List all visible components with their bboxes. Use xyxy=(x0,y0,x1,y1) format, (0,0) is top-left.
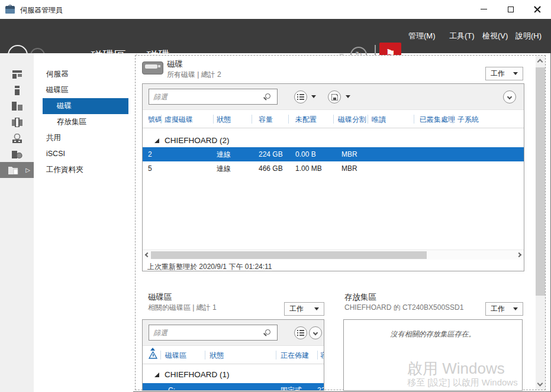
expand-pane-icon[interactable]: ▷ xyxy=(25,167,30,173)
storage-pool-panel-title: 存放集區 xyxy=(344,292,376,303)
col-capacity[interactable]: 容量 xyxy=(320,351,324,361)
disks-toolbar xyxy=(143,84,524,110)
col-clustered[interactable]: 已叢集處理 xyxy=(420,115,455,125)
filter-criteria-dropdown[interactable] xyxy=(311,95,316,98)
save-query-button[interactable] xyxy=(328,90,341,103)
disks-panel-subtitle: 所有磁碟 | 總計 2 xyxy=(167,70,221,80)
shares-icon[interactable] xyxy=(0,130,34,146)
close-icon xyxy=(534,6,541,13)
col-provisioning[interactable]: 正在佈建 xyxy=(281,351,309,361)
col-partition[interactable]: 磁碟分割 xyxy=(338,115,366,125)
col-unallocated[interactable]: 未配置 xyxy=(295,115,317,125)
volume-row-c[interactable]: C: 固定式 22 xyxy=(143,383,324,391)
col-volume[interactable]: 磁碟區 xyxy=(165,351,186,361)
sidebar-item-servers[interactable]: 伺服器 xyxy=(43,66,128,82)
cell-capacity: 224 GB xyxy=(259,147,283,161)
disks-tasks-button[interactable]: 工作 xyxy=(485,67,523,80)
menu-tools[interactable]: 工具(T) xyxy=(449,19,475,53)
storage-pool-panel: 沒有相關的存放集區存在。 xyxy=(343,319,523,391)
save-query-dropdown[interactable] xyxy=(346,95,350,98)
collapse-panel-button[interactable] xyxy=(503,90,516,103)
chevron-down-icon xyxy=(311,95,316,98)
search-icon xyxy=(265,93,270,99)
col-virtual-disk[interactable]: 虛擬磁碟 xyxy=(165,115,193,125)
scrollbar-thumb[interactable] xyxy=(536,67,545,296)
disk-row-2[interactable]: 2 連線 224 GB 0.00 B MBR xyxy=(143,147,524,161)
filter-criteria-button[interactable] xyxy=(294,90,307,103)
storage-pool-tasks-button[interactable]: 工作 xyxy=(485,302,523,316)
col-subsystem[interactable]: 子系統 xyxy=(457,115,479,125)
col-readonly[interactable]: 唯讀 xyxy=(372,115,386,125)
disks-group-row[interactable]: CHIEFHOARD (2) xyxy=(154,136,230,145)
sidebar-item-volumes[interactable]: 磁碟區 xyxy=(43,82,128,98)
maximize-button[interactable] xyxy=(497,0,524,18)
tasks-label: 工作 xyxy=(491,304,505,314)
minimize-button[interactable] xyxy=(471,0,497,18)
volumes-group-row[interactable]: CHIEFHOARD (1) xyxy=(154,370,230,379)
scroll-right-icon[interactable] xyxy=(517,252,521,257)
menu-view[interactable]: 檢視(V) xyxy=(482,19,508,53)
server-manager-icon xyxy=(5,5,16,14)
storage-pool-panel-subtitle: CHIEFHOARD 的 CT240BX500SSD1 xyxy=(344,303,463,313)
sidebar-item-storage-pools[interactable]: 存放集區 xyxy=(43,114,128,130)
tasks-label: 工作 xyxy=(491,69,505,79)
col-number[interactable]: 號碼 xyxy=(148,115,162,125)
sidebar-item-iscsi[interactable]: iSCSI xyxy=(43,146,128,162)
horizontal-scrollbar[interactable] xyxy=(143,250,524,260)
disk-row-5[interactable]: 5 連線 466 GB 1.00 MB MBR xyxy=(143,161,524,176)
vertical-scrollbar[interactable] xyxy=(536,56,545,390)
cell-number: 5 xyxy=(148,161,152,176)
file-storage-services-icon[interactable] xyxy=(0,114,34,130)
dashboard-icon[interactable] xyxy=(0,66,34,82)
all-servers-icon[interactable] xyxy=(0,98,34,114)
volumes-panel-subtitle: 相關的磁碟區 | 總計 1 xyxy=(148,303,217,313)
collapse-group-icon[interactable] xyxy=(154,372,159,377)
chevron-down-icon xyxy=(314,307,319,310)
list-icon xyxy=(297,94,304,100)
cell-partition: MBR xyxy=(341,147,357,161)
scrollbar-thumb[interactable] xyxy=(151,251,427,259)
cell-volume: C: xyxy=(168,383,175,391)
col-status[interactable]: 狀態 xyxy=(210,351,224,361)
volumes-panel-title: 磁碟區 xyxy=(148,292,172,303)
work-folders-icon[interactable]: ▷ xyxy=(0,162,34,178)
volumes-filter-input[interactable] xyxy=(149,325,278,341)
scroll-down-icon[interactable] xyxy=(537,381,543,387)
warning-triangle-icon xyxy=(149,351,157,359)
sidebar-item-shares[interactable]: 共用 xyxy=(43,130,128,146)
col-status[interactable]: 狀態 xyxy=(217,115,231,125)
alert-column-header[interactable] xyxy=(149,348,157,361)
scroll-up-icon[interactable] xyxy=(537,59,543,65)
close-button[interactable] xyxy=(524,0,550,18)
sidebar-item-disks[interactable]: 磁碟 xyxy=(43,98,128,114)
volumes-toolbar xyxy=(143,320,324,346)
menu-manage[interactable]: 管理(M) xyxy=(408,19,436,53)
col-capacity[interactable]: 容量 xyxy=(259,115,273,125)
local-server-icon[interactable] xyxy=(0,82,34,98)
window-title: 伺服器管理員 xyxy=(20,5,63,15)
collapse-group-icon[interactable] xyxy=(154,138,159,143)
iscsi-icon[interactable] xyxy=(0,146,34,162)
tasks-label: 工作 xyxy=(289,304,304,314)
disk-icon xyxy=(142,61,163,74)
scroll-left-icon[interactable] xyxy=(145,252,150,257)
cell-unallocated: 1.00 MB xyxy=(295,161,322,176)
cell-capacity: 466 GB xyxy=(259,161,283,176)
cell-unallocated: 0.00 B xyxy=(295,147,316,161)
cell-capacity: 22 xyxy=(317,383,324,391)
menu-help[interactable]: 說明(H) xyxy=(515,19,542,53)
chevron-down-icon xyxy=(507,95,512,99)
maximize-icon xyxy=(508,7,514,12)
volumes-panel: 磁碟區 狀態 正在佈建 容量 CHIEFHOARD (1) C: 固定式 22 xyxy=(142,319,324,391)
disks-table-header: 號碼 虛擬磁碟 狀態 容量 未配置 磁碟分割 唯讀 已叢集處理 子系統 xyxy=(143,111,524,128)
save-icon xyxy=(331,94,338,101)
volumes-tasks-button[interactable]: 工作 xyxy=(284,302,324,316)
disks-panel: 號碼 虛擬磁碟 狀態 容量 未配置 磁碟分割 唯讀 已叢集處理 子系統 CHIE… xyxy=(142,83,524,271)
disks-filter-input[interactable] xyxy=(149,89,278,105)
filter-criteria-button[interactable] xyxy=(294,326,307,339)
collapse-panel-button[interactable] xyxy=(309,326,322,339)
search-icon xyxy=(265,329,270,335)
empty-message: 沒有相關的存放集區存在。 xyxy=(344,329,522,339)
group-label: CHIEFHOARD (2) xyxy=(165,136,230,145)
sidebar-item-work-folders[interactable]: 工作資料夾 xyxy=(43,162,128,178)
